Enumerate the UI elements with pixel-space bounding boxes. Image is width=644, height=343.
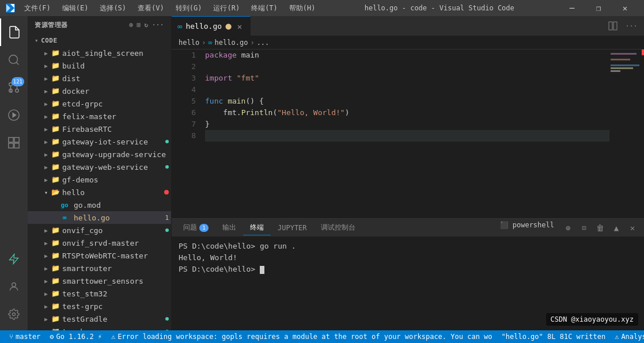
folder-testgradle[interactable]: ▶ 📁 testGradle <box>28 312 171 325</box>
folder-name: RTSPtoWebRTC-master <box>62 251 171 260</box>
file-hello-go[interactable]: ∞ hello.go 1 <box>28 211 171 224</box>
breadcrumb-folder[interactable]: hello <box>179 39 199 47</box>
folder-onvif-cgo[interactable]: ▶ 📁 onvif_cgo <box>28 224 171 237</box>
menu-goto[interactable]: 转到(G) <box>171 2 207 14</box>
status-go-version[interactable]: ⚙ Go 1.16.2 ⚡ <box>45 330 107 343</box>
folder-icon: 📁 <box>51 264 60 272</box>
more-tabs-button[interactable]: ··· <box>623 18 639 34</box>
titlebar-title: hello.go - code - Visual Studio Code <box>365 4 514 12</box>
split-editor-button[interactable] <box>605 18 621 34</box>
folder-hello[interactable]: ▾ 📂 hello <box>28 186 171 199</box>
folder-name: gateway-iot-service <box>62 138 165 146</box>
activity-search[interactable] <box>0 46 28 74</box>
file-gomod[interactable]: go go.mod <box>28 199 171 211</box>
folder-smartrouter[interactable]: ▶ 📁 smartrouter <box>28 262 171 275</box>
refresh-icon[interactable]: ↻ <box>145 21 149 29</box>
new-terminal-button[interactable]: ⊕ <box>561 221 575 235</box>
root-folder-label: CODE <box>41 37 58 44</box>
folder-name: gf-demos <box>62 176 171 184</box>
activity-extensions[interactable] <box>0 129 28 157</box>
menu-terminal[interactable]: 终端(T) <box>247 2 282 14</box>
tab-close-button[interactable]: ✕ <box>235 22 244 31</box>
folder-aiot[interactable]: ▶ 📁 aiot_single_screen <box>28 47 171 59</box>
kill-terminal-button[interactable]: 🗑 <box>593 221 607 235</box>
panel-tab-debug-console[interactable]: 调试控制台 <box>314 220 362 235</box>
menu-run[interactable]: 运行(R) <box>209 2 244 14</box>
menu-file[interactable]: 文件(F) <box>20 2 55 14</box>
folder-test-stm32[interactable]: ▶ 📁 test_stm32 <box>28 287 171 300</box>
minimap <box>609 49 644 218</box>
folder-test-grpc[interactable]: ▶ 📁 test-grpc <box>28 300 171 312</box>
menu-edit[interactable]: 编辑(E) <box>58 2 93 14</box>
activity-account[interactable] <box>0 273 28 300</box>
chevron-icon: ▶ <box>41 113 51 120</box>
code-editor[interactable]: 1 2 3 4 5 6 7 8 package main import "fmt… <box>172 49 644 218</box>
panel-tab-jupyter[interactable]: JUPYTER <box>271 222 314 234</box>
line-num-2: 2 <box>176 61 196 73</box>
chevron-icon: ▶ <box>41 316 51 322</box>
panel-tab-output[interactable]: 输出 <box>215 220 243 235</box>
folder-gateway-upgrade[interactable]: ▶ 📁 gateway-upgrade-service <box>28 148 171 161</box>
panel-tab-output-label: 输出 <box>222 223 236 233</box>
folder-rtsp[interactable]: ▶ 📁 RTSPtoWebRTC-master <box>28 249 171 262</box>
activity-files[interactable] <box>0 18 28 46</box>
svg-rect-10 <box>14 138 19 142</box>
panel-tab-terminal-label: 终端 <box>250 223 264 233</box>
breadcrumb-file[interactable]: hello.go <box>215 39 248 47</box>
sync-icon: ⚙ <box>50 333 54 341</box>
folder-icon: 📁 <box>51 112 60 120</box>
code-line-3: import "fmt" <box>205 73 609 84</box>
folder-docker[interactable]: ▶ 📁 docker <box>28 85 171 97</box>
breadcrumb-symbol[interactable]: ... <box>257 39 270 47</box>
menu-view[interactable]: 查看(V) <box>133 2 169 14</box>
folder-dist[interactable]: ▶ 📁 dist <box>28 72 171 85</box>
close-panel-button[interactable]: ✕ <box>626 221 639 235</box>
activity-bar-bottom <box>0 245 28 328</box>
folder-etcd-grpc[interactable]: ▶ 📁 etcd-grpc <box>28 97 171 110</box>
folder-gf-demos[interactable]: ▶ 📁 gf-demos <box>28 173 171 186</box>
folder-firebase[interactable]: ▶ 📁 FirebaseRTC <box>28 123 171 135</box>
panel-tab-problems[interactable]: 问题 1 <box>176 220 215 235</box>
folder-gateway-web[interactable]: ▶ 📁 gateway-web-service <box>28 161 171 173</box>
folder-onvif-srvd[interactable]: ▶ 📁 onvif_srvd-master <box>28 237 171 249</box>
chevron-icon: ▶ <box>41 265 51 272</box>
status-file-info[interactable]: "hello.go" 8L 81C written <box>497 330 611 343</box>
folder-build[interactable]: ▶ 📁 build <box>28 59 171 72</box>
folder-felix[interactable]: ▶ 📁 felix-master <box>28 110 171 123</box>
more-icon[interactable]: ··· <box>152 21 164 29</box>
maximize-button[interactable]: ❐ <box>585 0 612 16</box>
menu-help[interactable]: 帮助(H) <box>285 2 320 14</box>
panel-tab-problems-label: 问题 <box>183 223 197 233</box>
file-info-text: "hello.go" 8L 81C written <box>502 333 606 341</box>
folder-name: docker <box>62 87 171 96</box>
code-content[interactable]: package main import "fmt" func main() { … <box>200 49 609 218</box>
activity-debug[interactable] <box>0 101 28 129</box>
maximize-panel-button[interactable]: ▲ <box>609 221 623 235</box>
status-analysis[interactable]: ⚠ Analysis Tools Missing <box>610 330 644 343</box>
folder-gateway-iot[interactable]: ▶ 📁 gateway-iot-service <box>28 135 171 148</box>
svg-line-3 <box>16 62 18 64</box>
folder-icon: 📁 <box>51 277 60 285</box>
status-branch[interactable]: ⑂ master <box>5 330 45 343</box>
folder-name: test-grpc <box>62 302 171 311</box>
split-terminal-button[interactable]: ⊡ <box>577 221 591 235</box>
folder-touch[interactable]: ▶ 📁 touch <box>28 325 171 330</box>
panel-tab-terminal[interactable]: 终端 <box>243 220 271 235</box>
menu-select[interactable]: 选择(S) <box>95 2 131 14</box>
root-folder-code[interactable]: ▾ CODE <box>28 34 171 47</box>
chevron-icon: ▾ <box>41 189 51 196</box>
terminal-line-3: PS D:\code\hello> <box>179 264 637 275</box>
new-file-icon[interactable]: ⊕ <box>129 21 133 29</box>
activity-source-control[interactable]: 121 <box>0 74 28 101</box>
activity-remote[interactable] <box>0 245 28 273</box>
file-name: go.mod <box>74 201 171 209</box>
activity-settings[interactable] <box>0 300 28 328</box>
folder-smarttower[interactable]: ▶ 📁 smarttower_sensors <box>28 275 171 287</box>
minimize-button[interactable]: ─ <box>559 0 585 16</box>
chevron-icon: ▶ <box>41 240 51 246</box>
close-button[interactable]: ✕ <box>612 0 638 16</box>
tab-hello-go[interactable]: ∞ hello.go ⬤ ✕ <box>172 16 251 36</box>
new-folder-icon[interactable]: ⊞ <box>137 21 141 29</box>
chevron-icon: ▶ <box>41 88 51 94</box>
status-error[interactable]: ⚠ Error loading workspace: gopls require… <box>107 330 497 343</box>
